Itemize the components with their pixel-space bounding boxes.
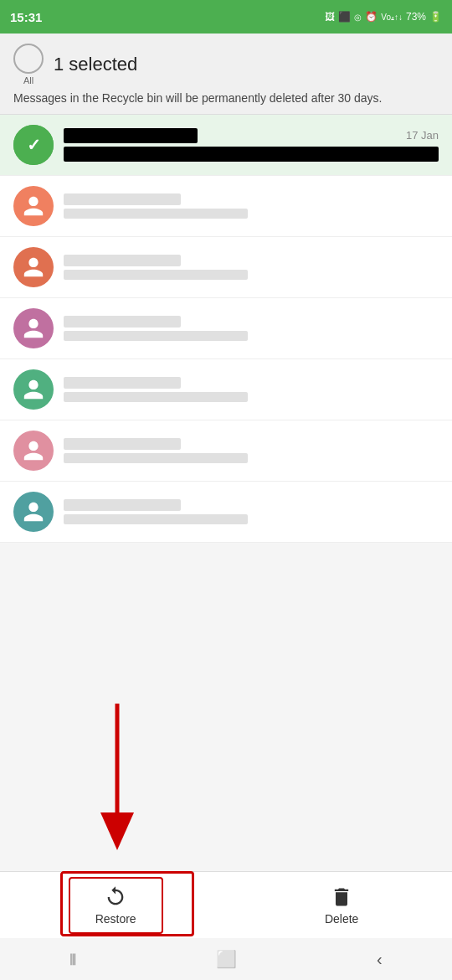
avatar-selected [13,125,54,165]
media-icon: 🖼 [325,11,335,23]
all-circle[interactable] [13,44,44,74]
message-item-selected[interactable]: 17 Jan [0,115,452,176]
avatar-6 [13,492,54,532]
list-item[interactable] [0,359,452,420]
recent-apps-button[interactable]: ⦀ [69,950,76,969]
preview-3 [64,331,248,341]
message-content-5 [64,438,439,463]
restore-icon [104,885,127,909]
avatar-5 [13,431,54,471]
gallery-icon: ⬛ [338,11,351,23]
contact-name-5 [64,438,181,450]
contact-name-3 [64,316,181,328]
list-item[interactable] [0,482,452,543]
restore-label: Restore [95,912,136,926]
signal-icon: Vo₄↑↓ [381,13,403,22]
preview-4 [64,392,248,402]
delete-button[interactable]: Delete [300,879,383,932]
restore-button[interactable]: Restore [69,877,163,934]
message-header-row: 17 Jan [64,128,439,143]
preview-1 [64,209,248,219]
avatar-4 [13,369,54,410]
svg-marker-1 [100,812,134,850]
avatar-1 [13,186,54,226]
list-item[interactable] [0,420,452,482]
battery-full-icon: 🔋 [429,11,442,23]
home-button[interactable]: ⬜ [216,949,237,969]
recycle-notice: Messages in the Recycle bin will be perm… [13,90,439,107]
arrow-annotation [71,704,163,871]
list-item[interactable] [0,237,452,298]
status-time: 15:31 [10,10,42,24]
nav-bar: ⦀ ⬜ ‹ [0,938,452,980]
message-list: 17 Jan [0,115,452,543]
delete-icon [330,885,353,909]
message-content-6 [64,499,439,524]
header: All 1 selected Messages in the Recycle b… [0,34,452,115]
message-content-2 [64,255,439,280]
back-button[interactable]: ‹ [377,950,383,969]
list-item[interactable] [0,176,452,237]
contact-name-2 [64,255,181,266]
contact-name-1 [64,193,181,205]
message-content-3 [64,316,439,341]
message-content-selected: 17 Jan [64,128,439,162]
status-bar: 15:31 🖼 ⬛ ◎ ⏰ Vo₄↑↓ 73% 🔋 [0,0,452,34]
list-item[interactable] [0,298,452,359]
preview-2 [64,270,248,280]
avatar-2 [13,247,54,287]
alarm-icon: ⏰ [365,11,378,23]
selected-text: 1 selected [54,54,137,75]
all-checkbox-wrapper[interactable]: All [13,44,44,85]
message-content-4 [64,377,439,402]
message-content-1 [64,193,439,219]
header-top: All 1 selected [13,44,439,85]
message-date: 17 Jan [406,129,439,142]
preview-6 [64,514,248,524]
contact-name-redacted [64,128,198,143]
checkmark-icon [13,125,54,165]
contact-name-4 [64,377,181,389]
avatar-3 [13,308,54,348]
bottom-toolbar: Restore Delete [0,871,452,938]
message-preview-redacted [64,147,439,162]
contact-name-6 [64,499,181,511]
preview-5 [64,453,248,463]
battery-icon: 73% [406,11,426,23]
status-icons: 🖼 ⬛ ◎ ⏰ Vo₄↑↓ 73% 🔋 [325,11,442,23]
all-label: All [23,75,33,85]
delete-label: Delete [325,912,358,926]
vpn-icon: ◎ [354,13,362,22]
